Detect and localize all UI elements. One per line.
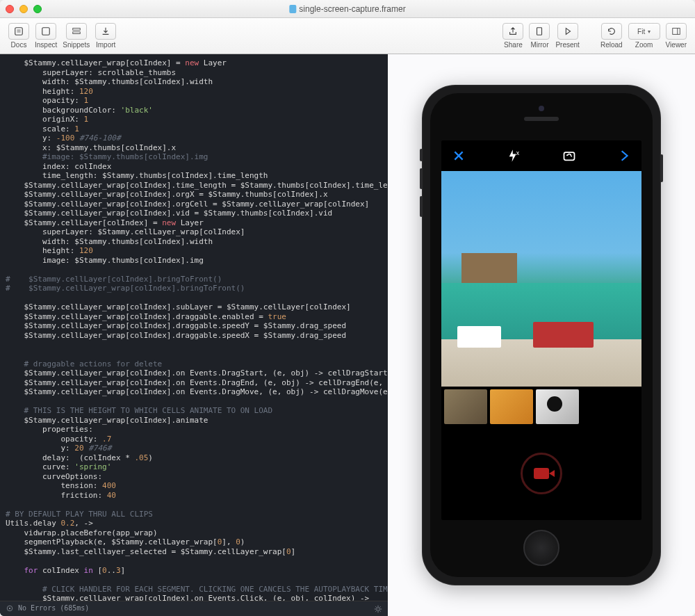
camera-icon: [534, 468, 549, 479]
code-content[interactable]: $Stammy.cellLayer_wrap[colIndex] = new L…: [0, 54, 388, 616]
mute-switch: [420, 149, 423, 161]
window-title-text: single-screen-capture.framer: [299, 4, 405, 14]
window-title: single-screen-capture.framer: [289, 4, 405, 14]
phone-device: x: [422, 85, 661, 585]
import-button[interactable]: Import: [95, 23, 116, 49]
svg-rect-7: [673, 29, 680, 35]
close-icon[interactable]: [6, 5, 14, 13]
toolbar: Docs Inspect Snippets Import Share Mirro…: [0, 18, 695, 54]
status-errors: No Errors: [18, 604, 56, 613]
record-button[interactable]: [521, 453, 562, 494]
power-button: [660, 154, 663, 182]
inspect-button[interactable]: Inspect: [35, 23, 57, 49]
svg-point-11: [377, 607, 380, 610]
share-button[interactable]: Share: [502, 23, 523, 49]
thumbnail-strip[interactable]: [441, 387, 641, 427]
next-icon[interactable]: [615, 147, 633, 165]
status-bar: No Errors (685ms): [0, 601, 388, 616]
svg-rect-6: [537, 28, 542, 35]
titlebar: single-screen-capture.framer: [0, 0, 695, 18]
share-label: Share: [504, 41, 523, 49]
speaker-icon: [524, 117, 559, 121]
svg-rect-13: [564, 152, 574, 160]
svg-text:x: x: [516, 149, 520, 156]
svg-rect-3: [42, 28, 50, 35]
target-icon[interactable]: [6, 604, 14, 613]
framer-window: single-screen-capture.framer Docs Inspec…: [0, 0, 695, 616]
app-header: x: [441, 140, 641, 171]
flash-off-icon[interactable]: x: [505, 147, 523, 165]
mirror-label: Mirror: [530, 41, 548, 49]
inspect-label: Inspect: [35, 41, 57, 49]
gear-icon[interactable]: [374, 605, 382, 613]
phone-screen[interactable]: x: [441, 140, 641, 520]
present-button[interactable]: Present: [555, 23, 579, 49]
reload-button[interactable]: Reload: [600, 23, 623, 49]
zoom-value: Fit: [637, 28, 645, 35]
svg-rect-0: [15, 28, 23, 35]
snippets-label: Snippets: [63, 41, 90, 49]
front-camera-icon: [539, 106, 544, 111]
home-button[interactable]: [523, 530, 559, 566]
mirror-button[interactable]: Mirror: [529, 23, 550, 49]
present-label: Present: [555, 41, 579, 49]
thumbnail-3[interactable]: [536, 389, 579, 424]
reload-label: Reload: [600, 41, 623, 49]
svg-rect-4: [72, 29, 80, 31]
status-time: (685ms): [60, 604, 89, 613]
svg-rect-5: [72, 32, 80, 34]
zoom-label: Zoom: [635, 41, 653, 49]
thumbnail-1[interactable]: [444, 389, 487, 424]
zoom-select[interactable]: Fit▾ Zoom: [628, 23, 660, 49]
close-icon[interactable]: [450, 147, 468, 165]
code-editor[interactable]: $Stammy.cellLayer_wrap[colIndex] = new L…: [0, 54, 388, 616]
main: $Stammy.cellLayer_wrap[colIndex] = new L…: [0, 54, 695, 616]
switch-camera-icon[interactable]: [560, 147, 578, 165]
volume-down: [420, 196, 423, 217]
maximize-icon[interactable]: [33, 5, 42, 13]
import-label: Import: [96, 41, 115, 49]
main-photo[interactable]: [441, 171, 641, 387]
snippets-button[interactable]: Snippets: [63, 23, 90, 49]
volume-up: [420, 168, 423, 189]
viewer-label: Viewer: [666, 41, 687, 49]
docs-button[interactable]: Docs: [8, 23, 29, 49]
file-icon: [289, 5, 296, 13]
docs-label: Docs: [11, 41, 27, 49]
traffic-lights: [6, 5, 42, 13]
thumbnail-2[interactable]: [490, 389, 533, 424]
preview-panel: x: [388, 54, 695, 616]
minimize-icon[interactable]: [19, 5, 28, 13]
viewer-button[interactable]: Viewer: [666, 23, 687, 49]
record-area: [441, 427, 641, 520]
svg-point-10: [9, 608, 10, 609]
